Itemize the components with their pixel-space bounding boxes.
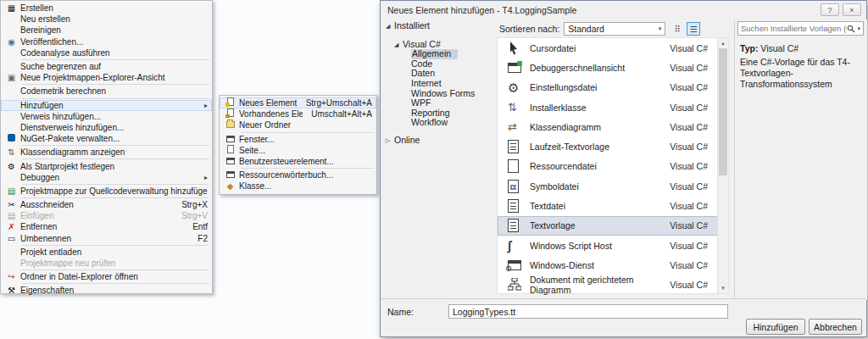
- installer-class-icon: ⇅: [508, 102, 530, 113]
- template-item-einstellungsdatei[interactable]: ⚙EinstellungsdateiVisual C#: [498, 78, 728, 97]
- directed-graph-icon: [508, 278, 530, 292]
- template-item-textdatei[interactable]: TextdateiVisual C#: [498, 196, 728, 215]
- menu-item-eigenschaften[interactable]: ⚒Eigenschaften: [1, 285, 212, 296]
- tree-item-allgemein[interactable]: Allgemein: [386, 49, 496, 59]
- submenu-arrow-icon: ▸: [204, 174, 208, 181]
- settings-file-icon: ⚙: [508, 81, 530, 94]
- menu-item-neu-pruefen[interactable]: Projektmappe neu prüfen: [1, 258, 212, 269]
- submenu-item-seite[interactable]: Seite...: [220, 145, 376, 156]
- tree-item-workflow[interactable]: Workflow: [386, 118, 496, 128]
- close-button[interactable]: ×: [843, 3, 861, 16]
- menu-item-nuget[interactable]: NuGet-Pakete verwalten...: [1, 133, 212, 144]
- search-box[interactable]: ▾: [737, 21, 864, 36]
- scrollbar-thumb[interactable]: [719, 48, 727, 175]
- windows-script-host-icon: ∫: [508, 239, 530, 252]
- template-description: Eine C#-Vorlage für das T4-Textvorlagen-…: [740, 57, 864, 90]
- menu-item-suche-begrenzen[interactable]: Suche begrenzen auf: [1, 61, 212, 72]
- template-item-symboldatei[interactable]: SymboldateiVisual C#: [498, 176, 728, 196]
- chevron-down-icon: ▾: [857, 25, 860, 32]
- menu-item-projekt-entladen[interactable]: Projekt entladen: [1, 247, 212, 258]
- template-item-debuggerschnellansicht[interactable]: DebuggerschnellansichtVisual C#: [498, 58, 728, 77]
- menu-item-veroeffentlichen[interactable]: ◉Veröffentlichen...: [1, 36, 212, 47]
- template-category-tree: ◢Installiert ◢Visual C# Allgemein Code D…: [386, 21, 496, 146]
- menu-item-klassendiagramm[interactable]: ⇅Klassendiagramm anzeigen: [1, 147, 212, 158]
- menu-item-ausschneiden[interactable]: ✂AusschneidenStrg+X: [1, 199, 212, 210]
- menu-item-entfernen[interactable]: ✗EntfernenEntf: [1, 221, 212, 232]
- tree-item-installiert[interactable]: ◢Installiert: [386, 21, 496, 31]
- template-item-laufzeit-textvorlage[interactable]: Laufzeit-TextvorlageVisual C#: [498, 136, 728, 156]
- sort-label: Sortieren nach:: [499, 24, 559, 34]
- windows-service-icon: [508, 260, 530, 270]
- template-item-klassendiagramm[interactable]: ⇄KlassendiagrammVisual C#: [498, 117, 728, 136]
- menu-item-dienstverweis[interactable]: Dienstverweis hinzufügen...: [1, 122, 212, 133]
- paste-icon: ▤: [3, 210, 20, 221]
- tree-item-internet[interactable]: Internet: [386, 79, 496, 89]
- menu-item-neue-ansicht[interactable]: ▣Neue Projektmappen-Explorer-Ansicht: [1, 72, 212, 83]
- submenu-item-klasse[interactable]: ◆Klasse...: [220, 181, 376, 192]
- template-item-installerklasse[interactable]: ⇅InstallerklasseVisual C#: [498, 97, 728, 117]
- template-item-cursordatei[interactable]: CursordateiVisual C#: [498, 38, 728, 58]
- submenu-item-benutzersteuerelement[interactable]: Benutzersteuerelement...: [220, 156, 376, 167]
- template-item-ressourcendatei[interactable]: RessourcendateiVisual C#: [498, 157, 728, 176]
- menu-separator: [22, 245, 209, 246]
- new-folder-icon: [221, 119, 239, 131]
- page-icon: [221, 145, 239, 156]
- menu-item-hinzufuegen[interactable]: Hinzufügen▸: [1, 100, 212, 111]
- class-diagram-icon: ⇄: [508, 121, 530, 132]
- menu-item-einfuegen[interactable]: ▤EinfügenStrg+V: [1, 210, 212, 221]
- build-icon: ▦: [3, 3, 20, 14]
- template-item-windows-script-host[interactable]: ∫Windows Script HostVisual C#: [498, 236, 728, 255]
- menu-item-ordner-oeffnen[interactable]: ↪Ordner in Datei-Explorer öffnen: [1, 271, 212, 282]
- menu-separator: [22, 59, 209, 60]
- submenu-item-ressourcenwoerterbuch[interactable]: Ressourcenwörterbuch...: [220, 170, 376, 181]
- text-template-icon: [508, 219, 530, 232]
- user-control-icon: [221, 156, 239, 167]
- runtime-text-template-icon: [508, 140, 530, 153]
- menu-item-debuggen[interactable]: Debuggen▸: [1, 172, 212, 183]
- menu-item-neu-erstellen[interactable]: Neu erstellen: [1, 14, 212, 25]
- cancel-button[interactable]: Abbrechen: [809, 319, 862, 335]
- help-button[interactable]: ?: [821, 3, 839, 16]
- search-input[interactable]: [741, 24, 847, 33]
- list-scrollbar[interactable]: ▲ ▼: [717, 38, 728, 293]
- submenu-item-neuer-ordner[interactable]: Neuer Ordner: [220, 119, 376, 131]
- menu-item-erstellen[interactable]: ▦Erstellen: [1, 3, 212, 14]
- menu-item-umbenennen[interactable]: ▭UmbenennenF2: [1, 233, 212, 244]
- text-file-icon: [508, 199, 530, 213]
- template-item-windows-dienst[interactable]: Windows-DienstVisual C#: [498, 255, 728, 275]
- menu-separator: [241, 168, 374, 169]
- menu-item-codeanalyse[interactable]: Codeanalyse ausführen: [1, 47, 212, 58]
- submenu-item-neues-element[interactable]: Neues Element...Strg+Umschalt+A: [220, 97, 376, 108]
- dialog-bottom-bar: Name: Hinzufügen Abbrechen: [381, 298, 866, 336]
- menu-separator: [22, 283, 209, 284]
- submenu-item-fenster[interactable]: Fenster...: [220, 134, 376, 145]
- tree-item-wpf[interactable]: WPF: [386, 98, 496, 108]
- existing-item-icon: [221, 108, 239, 119]
- submenu-item-vorhandenes-element[interactable]: Vorhandenes Element...Umschalt+Alt+A: [220, 108, 376, 119]
- submenu-arrow-icon: ▸: [204, 102, 208, 109]
- menu-item-quellcodeverwaltung[interactable]: ▤Projektmappe zur Quellcodeverwaltung hi…: [1, 186, 212, 197]
- add-button[interactable]: Hinzufügen: [746, 319, 805, 335]
- help-icon: ?: [827, 6, 832, 14]
- menu-item-startprojekt[interactable]: ⚙Als Startprojekt festlegen: [1, 160, 212, 171]
- scroll-up-icon[interactable]: ▲: [718, 41, 728, 46]
- dialog-titlebar[interactable]: Neues Element hinzufügen - T4.LoggingSam…: [381, 1, 866, 19]
- scroll-down-icon[interactable]: ▼: [718, 286, 728, 291]
- resource-file-icon: [508, 159, 530, 173]
- menu-item-bereinigen[interactable]: Bereinigen: [1, 25, 212, 36]
- list-view-button[interactable]: ☰: [687, 22, 700, 36]
- tree-item-windows-forms[interactable]: Windows Forms: [386, 89, 496, 99]
- sort-dropdown[interactable]: Standard ▾: [564, 22, 665, 36]
- template-item-textvorlage[interactable]: TextvorlageVisual C#: [498, 216, 728, 236]
- tree-item-online[interactable]: ▷Online: [386, 136, 496, 146]
- open-folder-icon: ↪: [3, 271, 20, 282]
- expanded-triangle-icon: ◢: [386, 21, 394, 31]
- menu-item-codemetrik[interactable]: Codemetrik berechnen: [1, 86, 212, 97]
- menu-item-verweis-hinzufuegen[interactable]: Verweis hinzufügen...: [1, 111, 212, 122]
- template-item-gerichtetes-diagramm[interactable]: Dokument mit gerichtetem DiagrammVisual …: [498, 275, 728, 295]
- small-icons-view-button[interactable]: ⠿: [670, 22, 684, 36]
- type-value: Visual C#: [760, 43, 798, 53]
- tree-item-code[interactable]: Code: [386, 59, 496, 69]
- delete-icon: ✗: [3, 221, 20, 232]
- item-name-input[interactable]: [448, 304, 728, 319]
